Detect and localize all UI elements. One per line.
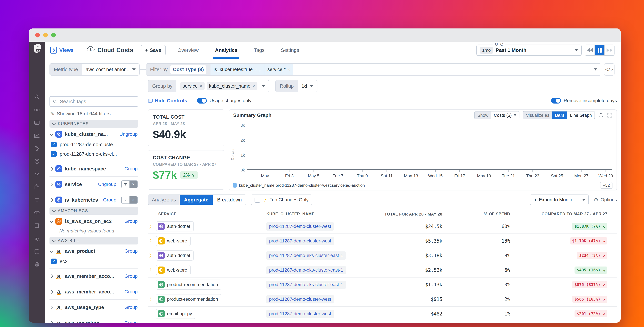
col-cluster[interactable]: KUBE_CLUSTER_NAME [266, 212, 380, 216]
search-tags-box[interactable] [50, 96, 138, 107]
chevron-right-icon[interactable] [50, 290, 53, 294]
tab-settings[interactable]: Settings [281, 42, 299, 58]
section-header-aws-bill[interactable]: AWS BILL [50, 237, 138, 244]
service-chip[interactable]: product-recommendation [156, 280, 221, 290]
network-icon[interactable] [34, 261, 40, 267]
chevron-down-icon[interactable] [50, 249, 53, 252]
cluster-link[interactable]: prod-11287-demo-eks-cluster-east-1 [266, 280, 346, 289]
chevron-right-icon[interactable] [50, 321, 53, 322]
rollup-control[interactable]: Rollup 1d [276, 80, 318, 92]
notebooks-icon[interactable] [34, 223, 40, 229]
dashboards-icon[interactable] [34, 120, 40, 126]
time-range-picker[interactable]: UTC 1mo Past 1 Month [476, 44, 582, 56]
chevron-down-icon[interactable] [50, 132, 53, 136]
service-chip[interactable]: email-api-py [156, 309, 196, 319]
chevron-right-icon[interactable] [50, 274, 53, 278]
tab-tags[interactable]: Tags [254, 42, 264, 58]
table-row[interactable]: product-recommendationprod-11287-demo-cl… [148, 292, 617, 307]
group-link[interactable]: Group [124, 248, 138, 254]
col-service[interactable]: SERVICE [148, 212, 266, 216]
group-link[interactable]: Group [124, 274, 138, 279]
chevron-down-icon[interactable] [50, 219, 53, 223]
value-checkbox[interactable]: ✓ [51, 151, 56, 157]
legend-entry[interactable]: kube_cluster_name:prod-11287-demo-cluste… [239, 183, 365, 188]
save-button[interactable]: + Save [141, 45, 166, 56]
infrastructure-icon[interactable] [34, 145, 40, 152]
table-row[interactable]: auth-dotnetprod-11287-demo-eks-cluster-e… [148, 248, 617, 263]
rollup-caret[interactable] [310, 85, 313, 87]
analyze-aggregate-option[interactable]: Aggregate [180, 195, 213, 205]
step-forward-button[interactable] [604, 45, 614, 56]
filter-chip[interactable]: service:*× [264, 64, 293, 75]
chevron-right-icon[interactable] [50, 167, 53, 170]
apm-icon[interactable] [34, 158, 40, 164]
export-dropdown-caret[interactable] [579, 195, 588, 205]
metric-caret[interactable] [132, 68, 136, 70]
integrations-icon[interactable] [34, 184, 40, 190]
chevron-right-icon[interactable] [50, 306, 53, 309]
step-back-button[interactable] [585, 45, 594, 56]
col-total[interactable]: ↓TOTAL FOR APR 28 - MAY 28 [380, 212, 458, 217]
clear-filter-icon[interactable]: × [130, 196, 137, 204]
security-icon[interactable] [34, 248, 40, 254]
cluster-link[interactable]: prod-11287-demo-cluster-west [266, 237, 334, 245]
edit-filters-icon[interactable]: ✎ [50, 111, 54, 117]
filter-chip[interactable]: is_kubernetes:true×, [210, 64, 264, 75]
chevron-right-icon[interactable] [50, 182, 53, 186]
metric-type-control[interactable]: Metric type aws.cost.net.amor... [50, 63, 140, 76]
summary-chart[interactable]: Dollars 0k1k2k3k MayFri 3May 5Tue 7Thu 9… [229, 121, 616, 190]
filter-caret[interactable] [594, 68, 597, 70]
table-row[interactable]: email-api-pyprod-11287-demo-cluster-west… [148, 307, 617, 321]
fullscreen-icon[interactable] [607, 112, 612, 118]
time-dropdown-caret[interactable] [574, 49, 578, 51]
minimize-window-button[interactable] [43, 33, 48, 38]
show-value-dropdown[interactable]: Costs ($) [491, 112, 519, 119]
cluster-link[interactable]: prod-11287-demo-cluster-west [266, 310, 334, 318]
export-graph-icon[interactable] [598, 112, 604, 118]
pause-button[interactable] [594, 45, 604, 56]
ungroup-link[interactable]: Ungroup [98, 182, 116, 187]
code-view-button[interactable]: </> [604, 63, 614, 76]
usage-charges-toggle[interactable] [197, 98, 207, 104]
filter-icon[interactable] [122, 181, 130, 188]
service-chip[interactable]: auth-dotnet [156, 221, 194, 232]
group-link[interactable]: Group [124, 305, 138, 310]
visualize-line-option[interactable]: Line Graph [567, 112, 594, 119]
tab-analytics[interactable]: Analytics [215, 42, 238, 58]
col-compared[interactable]: COMPARED TO MAR 27 - APR 27 [522, 212, 617, 216]
remove-incomplete-days-toggle[interactable] [551, 98, 561, 104]
visualize-bars-option[interactable]: Bars [552, 112, 568, 119]
table-row[interactable]: auth-dotnetprod-11287-demo-cluster-west$… [148, 219, 617, 234]
filter-by-control[interactable]: Filter by Cost Type (3) is_kubernetes:tr… [146, 63, 601, 76]
table-row[interactable]: web-storeprod-11287-demo-cluster-west$5.… [148, 234, 617, 248]
options-button[interactable]: ⚙ Options [594, 196, 617, 203]
group-link[interactable]: Group [103, 197, 116, 203]
cluster-link[interactable]: prod-11287-demo-cluster-west [266, 295, 334, 304]
group-by-control[interactable]: Group by service×kube_cluster_name× [148, 80, 269, 92]
service-chip[interactable]: product-recommendation [156, 294, 221, 304]
datadog-logo[interactable] [32, 43, 42, 54]
service-chip[interactable]: web-store [156, 265, 191, 275]
legend-more-button[interactable]: +52 [600, 182, 612, 189]
table-row[interactable]: ad-serverprod-11287-demo-eks-cluster-eas… [148, 321, 617, 322]
cluster-link[interactable]: prod-11287-demo-eks-cluster-east-1 [266, 252, 346, 260]
views-button[interactable]: Views [50, 47, 74, 54]
filter-icon[interactable] [122, 196, 130, 204]
top-changes-checkbox[interactable] [254, 197, 260, 203]
service-chip[interactable]: web-store [156, 236, 191, 246]
remove-filter-icon[interactable]: × [255, 67, 257, 72]
zoom-window-button[interactable] [51, 33, 56, 38]
logs-icon[interactable] [34, 197, 40, 203]
ci-pipelines-icon[interactable] [34, 210, 40, 216]
top-changes-only-toggle[interactable]: Top Changes Only [251, 194, 312, 205]
watchdog-icon[interactable] [34, 107, 40, 113]
hide-controls-link[interactable]: Hide Controls [148, 98, 187, 104]
remove-group-icon[interactable]: × [252, 84, 255, 89]
remove-group-icon[interactable]: × [200, 84, 202, 89]
value-checkbox[interactable]: ✓ [51, 142, 56, 148]
group-by-chip[interactable]: kube_cluster_name× [206, 82, 258, 90]
search-tags-input[interactable] [60, 98, 135, 104]
value-checkbox[interactable]: ✓ [51, 258, 56, 264]
cost-type-chip[interactable]: Cost Type (3) [170, 66, 206, 74]
group-link[interactable]: Group [124, 320, 138, 322]
